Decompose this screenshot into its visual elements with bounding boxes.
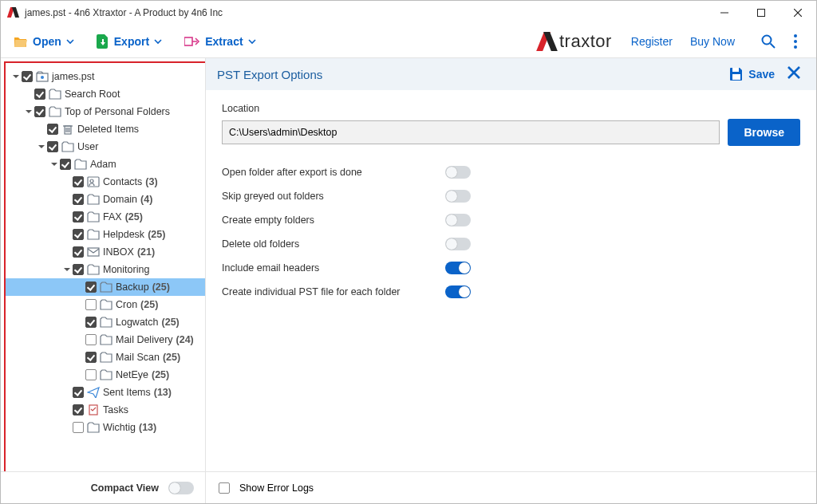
tree-checkbox[interactable]	[73, 246, 84, 258]
tree-item[interactable]: Helpdesk(25)	[6, 226, 205, 243]
tree-item[interactable]: Mail Scan(25)	[6, 348, 205, 366]
sent-icon	[87, 387, 100, 398]
tree-checkbox[interactable]	[85, 282, 97, 293]
trash-icon	[61, 124, 74, 135]
option-toggle[interactable]	[445, 262, 471, 274]
tree-item[interactable]: Deleted Items	[6, 120, 205, 138]
tree-count: (25)	[152, 369, 169, 380]
tree-item[interactable]: Adam	[6, 156, 205, 173]
tree-item[interactable]: Sent Items(13)	[6, 384, 205, 401]
browse-button[interactable]: Browse	[728, 119, 800, 146]
tree-item[interactable]: Backup(25)	[6, 278, 205, 296]
window-title: james.pst - 4n6 Xtraxtor - A Product by …	[25, 7, 223, 18]
buy-now-link[interactable]: Buy Now	[690, 35, 735, 48]
tree-checkbox[interactable]	[47, 141, 58, 152]
tree-label: Domain	[103, 194, 137, 205]
compact-view-toggle[interactable]	[168, 482, 194, 494]
export-option-row: Open folder after export is done	[222, 160, 800, 184]
tree-checkbox[interactable]	[85, 369, 97, 380]
tree-item[interactable]: Wichtig(13)	[6, 419, 205, 436]
folder-sidebar: james.pstSearch RootTop of Personal Fold…	[1, 58, 206, 503]
option-label: Include email headers	[222, 262, 445, 274]
folder-icon	[100, 317, 112, 328]
compact-view-label: Compact View	[91, 482, 159, 494]
twisty-icon[interactable]	[23, 108, 34, 115]
tree-checkbox[interactable]	[73, 264, 84, 275]
save-button[interactable]: Save	[729, 67, 775, 81]
tree-checkbox[interactable]	[73, 404, 84, 415]
tree-item[interactable]: FAX(25)	[6, 208, 205, 226]
tree-item[interactable]: Cron(25)	[6, 296, 205, 313]
tree-checkbox[interactable]	[85, 317, 97, 328]
twisty-icon[interactable]	[61, 266, 73, 273]
twisty-icon[interactable]	[10, 73, 22, 80]
menu-button[interactable]	[784, 30, 807, 53]
minimize-button[interactable]	[706, 1, 743, 25]
tree-label: Tasks	[103, 404, 128, 415]
inbox-icon	[87, 246, 100, 258]
tree-count: (25)	[163, 352, 180, 363]
tree-item[interactable]: User	[6, 138, 205, 156]
location-input[interactable]	[222, 120, 720, 144]
option-toggle[interactable]	[445, 166, 471, 179]
sidebar-footer: Compact View	[1, 471, 205, 503]
tree-checkbox[interactable]	[85, 352, 97, 363]
tree-count: (24)	[176, 334, 194, 345]
export-option-row: Delete old folders	[222, 232, 800, 256]
tree-checkbox[interactable]	[73, 194, 84, 205]
twisty-icon[interactable]	[36, 144, 47, 150]
export-button[interactable]: Export	[93, 31, 165, 52]
maximize-button[interactable]	[743, 1, 780, 25]
folder-tree[interactable]: james.pstSearch RootTop of Personal Fold…	[4, 61, 205, 471]
extract-button[interactable]: Extract	[181, 32, 259, 51]
tree-item[interactable]: Contacts(3)	[6, 173, 205, 191]
tree-item[interactable]: Monitoring	[6, 261, 205, 278]
logo-text: traxtor	[559, 31, 612, 52]
option-toggle[interactable]	[445, 214, 471, 226]
register-link[interactable]: Register	[631, 35, 673, 48]
tree-checkbox[interactable]	[73, 211, 84, 222]
tree-item[interactable]: james.pst	[6, 68, 205, 85]
show-error-logs-label: Show Error Logs	[239, 482, 314, 494]
tree-count: (25)	[162, 317, 180, 328]
tree-label: james.pst	[52, 71, 95, 82]
close-icon	[786, 65, 802, 81]
search-button[interactable]	[757, 30, 780, 53]
svg-line-6	[771, 43, 776, 48]
tree-item[interactable]: Search Root	[6, 85, 205, 103]
tree-item[interactable]: Tasks	[6, 401, 205, 419]
open-button[interactable]: Open	[10, 32, 77, 51]
folder-icon	[61, 141, 74, 152]
option-toggle[interactable]	[445, 190, 471, 203]
tree-checkbox[interactable]	[47, 124, 58, 135]
tree-label: Adam	[90, 159, 116, 170]
folder-icon	[100, 282, 112, 293]
tree-item[interactable]: INBOX(21)	[6, 243, 205, 261]
tree-checkbox[interactable]	[34, 106, 45, 117]
tree-checkbox[interactable]	[73, 229, 84, 240]
option-toggle[interactable]	[445, 238, 471, 250]
tree-item[interactable]: NetEye(25)	[6, 366, 205, 384]
tree-checkbox[interactable]	[73, 176, 84, 187]
export-option-row: Include email headers	[222, 256, 800, 280]
tree-checkbox[interactable]	[22, 71, 33, 82]
tree-item[interactable]: Top of Personal Folders	[6, 103, 205, 120]
tree-checkbox[interactable]	[73, 422, 84, 433]
tree-checkbox[interactable]	[85, 299, 97, 310]
tree-checkbox[interactable]	[85, 334, 97, 345]
svg-point-9	[794, 45, 797, 49]
tree-item[interactable]: Domain(4)	[6, 191, 205, 208]
tree-item[interactable]: Logwatch(25)	[6, 313, 205, 331]
tree-item[interactable]: Mail Delivery(24)	[6, 331, 205, 348]
panel-close-button[interactable]	[786, 65, 805, 84]
tree-checkbox[interactable]	[34, 89, 45, 100]
tree-label: Deleted Items	[77, 124, 139, 135]
tree-checkbox[interactable]	[73, 387, 84, 398]
tree-checkbox[interactable]	[60, 159, 71, 170]
option-toggle[interactable]	[445, 285, 471, 298]
svg-point-11	[41, 76, 44, 79]
location-label: Location	[222, 103, 800, 114]
close-button[interactable]	[780, 1, 816, 25]
show-error-logs-checkbox[interactable]	[219, 482, 230, 494]
twisty-icon[interactable]	[49, 161, 60, 167]
